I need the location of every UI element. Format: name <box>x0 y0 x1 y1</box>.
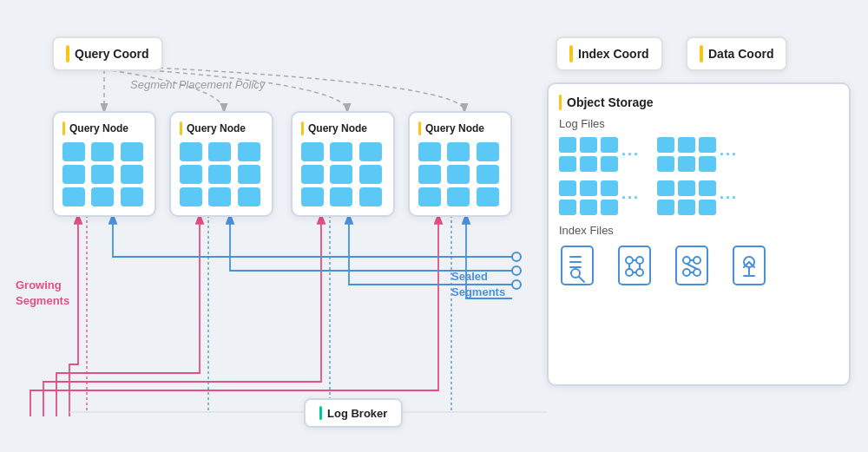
segment-block <box>477 187 499 206</box>
index-file-icon-1 <box>559 244 602 292</box>
object-storage-panel: Object Storage Log Files ··· <box>547 82 851 386</box>
query-node-1-grid <box>62 142 146 206</box>
segment-block <box>330 165 352 184</box>
growing-segments-label: GrowingSegments <box>16 278 69 309</box>
log-dots: ··· <box>621 146 640 164</box>
log-file-square <box>699 156 716 172</box>
log-file-square <box>601 180 618 196</box>
segment-block <box>359 165 382 184</box>
query-node-1-header: Query Node <box>62 121 146 135</box>
segment-block <box>418 165 441 184</box>
segment-block <box>121 165 143 184</box>
log-file-square <box>678 137 695 153</box>
segment-block <box>180 142 202 161</box>
segment-block <box>180 165 202 184</box>
segment-block <box>62 187 85 206</box>
log-file-square <box>657 200 674 215</box>
segment-block <box>238 165 260 184</box>
segment-block <box>301 165 324 184</box>
svg-rect-11 <box>619 246 650 285</box>
log-file-block <box>657 180 716 215</box>
log-file-square <box>580 156 597 172</box>
segment-block <box>301 142 324 161</box>
index-file-icon-4 <box>731 244 774 292</box>
log-file-square <box>699 137 716 153</box>
log-files-label: Log Files <box>559 117 838 130</box>
svg-rect-9 <box>562 246 593 285</box>
segment-block <box>418 187 441 206</box>
segment-block <box>447 187 470 206</box>
segment-block <box>238 142 260 161</box>
object-storage-title: Object Storage <box>559 95 838 110</box>
log-file-square <box>657 156 674 172</box>
segment-block <box>121 187 143 206</box>
query-node-2: Query Node <box>169 111 273 217</box>
segment-block <box>477 165 499 184</box>
query-node-3: Query Node <box>291 111 395 217</box>
segment-block <box>180 187 202 206</box>
index-files-row <box>559 244 838 292</box>
segment-policy-label: Segment Placement Policy <box>130 78 265 91</box>
log-files-row-2: ··· ··· <box>559 180 838 215</box>
data-coord-label: Data Coord <box>708 47 773 61</box>
segment-block <box>62 165 85 184</box>
query-node-4: Query Node <box>408 111 512 217</box>
segment-block <box>208 165 231 184</box>
segment-block <box>91 165 114 184</box>
log-dots: ··· <box>621 189 640 207</box>
diagram-container: Query Coord Segment Placement Policy Que… <box>0 0 868 452</box>
log-file-square <box>678 200 695 215</box>
query-coord-label: Query Coord <box>75 47 149 61</box>
log-file-square <box>601 137 618 153</box>
query-node-1: Query Node <box>52 111 156 217</box>
svg-point-1 <box>512 252 521 261</box>
segment-block <box>208 187 231 206</box>
log-broker-label: Log Broker <box>327 407 387 420</box>
segment-block <box>301 187 324 206</box>
index-file-icon-3 <box>674 244 717 292</box>
log-file-block <box>559 180 618 215</box>
segment-block <box>477 142 499 161</box>
log-file-square <box>559 137 576 153</box>
log-file-square <box>580 137 597 153</box>
log-file-square <box>559 180 576 196</box>
segment-block <box>447 165 470 184</box>
log-file-group-2: ··· <box>657 137 738 172</box>
segment-block <box>330 187 352 206</box>
log-broker-box: Log Broker <box>304 398 403 428</box>
query-coord-accent <box>66 45 69 62</box>
segment-block <box>91 187 114 206</box>
svg-point-3 <box>512 280 521 289</box>
index-coord-label: Index Coord <box>578 47 649 61</box>
segment-block <box>121 142 143 161</box>
data-coord-box: Data Coord <box>686 36 787 71</box>
segment-block <box>91 142 114 161</box>
svg-point-2 <box>512 266 521 275</box>
log-file-square <box>580 180 597 196</box>
segment-block <box>330 142 352 161</box>
segment-block <box>418 142 441 161</box>
log-file-square <box>580 200 597 215</box>
index-files-label: Index Files <box>559 224 838 237</box>
data-coord-accent <box>700 45 703 62</box>
segment-block <box>62 142 85 161</box>
query-coord-box: Query Coord <box>52 36 163 71</box>
segment-block <box>359 187 382 206</box>
log-file-group-1: ··· <box>559 137 640 172</box>
log-files-row-1: ··· ··· <box>559 137 838 172</box>
segment-block <box>359 142 382 161</box>
svg-rect-28 <box>733 246 765 285</box>
log-dots: ··· <box>720 146 738 164</box>
query-node-4-grid <box>418 142 502 206</box>
log-file-square <box>559 156 576 172</box>
query-node-3-header: Query Node <box>301 121 385 135</box>
log-file-square <box>678 156 695 172</box>
log-file-square <box>601 200 618 215</box>
log-file-square <box>601 156 618 172</box>
query-node-4-header: Query Node <box>418 121 502 135</box>
log-file-group-3: ··· <box>559 180 640 215</box>
log-file-square <box>699 200 716 215</box>
query-node-3-grid <box>301 142 385 206</box>
log-file-square <box>699 180 716 196</box>
index-coord-accent <box>569 45 573 62</box>
